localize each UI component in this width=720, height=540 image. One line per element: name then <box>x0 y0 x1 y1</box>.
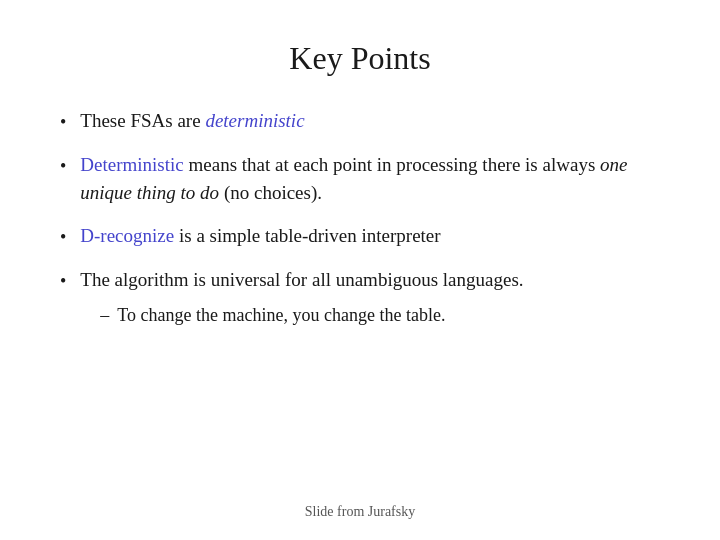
bullet-1-highlight: deterministic <box>205 110 304 131</box>
bullet-content-3: D-recognize is a simple table-driven int… <box>80 222 660 250</box>
bullet-2-text: means that at each point in processing t… <box>184 154 600 175</box>
bullet-2-suffix: (no choices). <box>219 182 322 203</box>
sub-bullet-dash: – <box>100 302 109 328</box>
bullet-item-1: • These FSAs are deterministic <box>60 107 660 135</box>
bullet-3-highlight: D-recognize <box>80 225 174 246</box>
bullet-4-text: The algorithm is universal for all unamb… <box>80 269 523 290</box>
bullet-2-highlight: Deterministic <box>80 154 183 175</box>
bullet-content-1: These FSAs are deterministic <box>80 107 660 135</box>
bullet-list: • These FSAs are deterministic • Determi… <box>60 107 660 500</box>
slide-title: Key Points <box>60 40 660 77</box>
bullet-dot-3: • <box>60 224 66 250</box>
slide-container: Key Points • These FSAs are deterministi… <box>0 0 720 540</box>
bullet-content-2: Deterministic means that at each point i… <box>80 151 660 206</box>
bullet-dot-2: • <box>60 153 66 179</box>
bullet-dot-1: • <box>60 109 66 135</box>
sub-bullet-text: To change the machine, you change the ta… <box>117 302 445 328</box>
bullet-content-4: The algorithm is universal for all unamb… <box>80 266 660 328</box>
sub-bullet: – To change the machine, you change the … <box>100 302 660 328</box>
bullet-item-2: • Deterministic means that at each point… <box>60 151 660 206</box>
bullet-item-4: • The algorithm is universal for all una… <box>60 266 660 328</box>
bullet-item-3: • D-recognize is a simple table-driven i… <box>60 222 660 250</box>
bullet-3-suffix: is a simple table-driven interpreter <box>174 225 440 246</box>
bullet-dot-4: • <box>60 268 66 294</box>
slide-footer: Slide from Jurafsky <box>0 504 720 520</box>
bullet-1-prefix: These FSAs are <box>80 110 205 131</box>
